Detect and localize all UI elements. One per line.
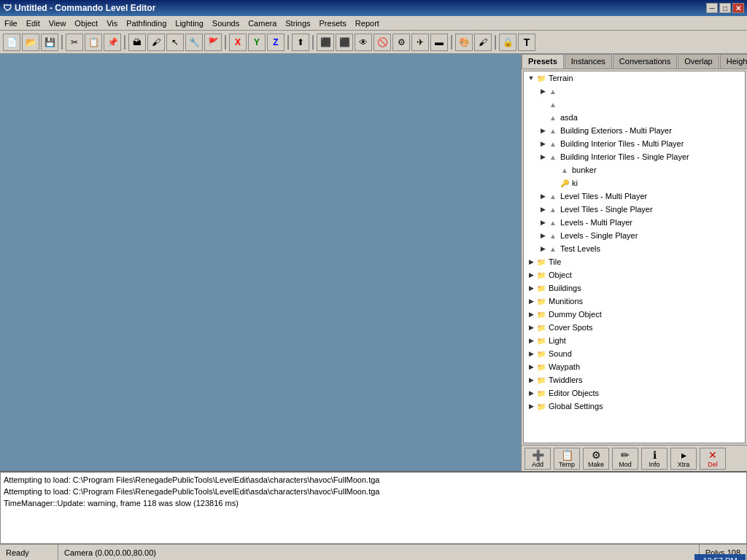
tree-item-ki[interactable]: 🔑 ki — [524, 176, 745, 190]
tree-item-bld-ext-multi[interactable]: ▶ ▲ Building Exteriors - Multi Player — [524, 124, 745, 137]
tree-expand-global-settings[interactable]: ▶ — [527, 402, 535, 411]
tree-expand-artist-tests[interactable]: ▶ — [538, 87, 547, 96]
x-axis[interactable]: X — [229, 34, 247, 51]
tree-item-waypath[interactable]: ▶ 📁 Waypath — [524, 360, 745, 373]
menu-file[interactable]: File — [0, 18, 22, 29]
panel-btn-xtra[interactable]: ▸ Xtra — [670, 448, 697, 470]
copy-button[interactable]: 📋 — [85, 34, 102, 51]
panel-btn-del[interactable]: ✕ Del — [700, 448, 726, 470]
tree-expand-bld-int-tiles-single[interactable]: ▶ — [538, 152, 547, 161]
tree-item-lvl-tiles-single[interactable]: ▶ ▲ Level Tiles - Single Player — [524, 203, 745, 216]
menu-presets[interactable]: Presets — [315, 18, 351, 29]
tree-item-levels-multi[interactable]: ▶ ▲ Levels - Multi Player — [524, 216, 745, 229]
new-button[interactable]: 📄 — [3, 34, 20, 51]
tree-expand-asda[interactable] — [538, 113, 547, 122]
tree-expand-proxy-tests[interactable] — [538, 100, 547, 109]
tree-expand-terrain[interactable]: ▼ — [527, 74, 535, 82]
tree-item-test-levels[interactable]: ▶ ▲ Test Levels — [524, 242, 745, 255]
tree-expand-tile[interactable]: ▶ — [527, 257, 535, 266]
tree-expand-dummy-object[interactable]: ▶ — [527, 310, 535, 319]
color-tool[interactable]: 🎨 — [455, 34, 473, 51]
tree-item-bld-int-tiles-single[interactable]: ▶ ▲ Building Interior Tiles - Single Pla… — [524, 150, 745, 163]
tab-conversations[interactable]: Conversations — [613, 54, 677, 69]
save-button[interactable]: 💾 — [41, 34, 58, 51]
tree-item-sound[interactable]: ▶ 📁 Sound — [524, 347, 745, 360]
menu-report[interactable]: Report — [351, 18, 384, 29]
tree-expand-cover-spots[interactable]: ▶ — [527, 323, 535, 332]
menu-strings[interactable]: Strings — [281, 18, 314, 29]
tree-expand-lvl-tiles-single[interactable]: ▶ — [538, 205, 547, 214]
tree-expand-bld-ext-multi[interactable]: ▶ — [538, 126, 547, 135]
menu-view[interactable]: View — [44, 18, 71, 29]
wrench-tool[interactable]: 🔧 — [185, 34, 203, 51]
tree-expand-object[interactable]: ▶ — [527, 271, 535, 279]
open-button[interactable]: 📂 — [22, 34, 39, 51]
panel-btn-make[interactable]: ⚙ Make — [583, 448, 609, 470]
tree-expand-levels-single[interactable]: ▶ — [538, 231, 547, 240]
tree-expand-test-levels[interactable]: ▶ — [538, 244, 547, 253]
y-axis[interactable]: Y — [248, 34, 266, 51]
remove-tool[interactable]: ⬛ — [336, 34, 353, 51]
tree-item-buildings[interactable]: ▶ 📁 Buildings — [524, 281, 745, 295]
menu-object[interactable]: Object — [70, 18, 102, 29]
z-axis[interactable]: Z — [267, 34, 285, 51]
select-tool[interactable]: ↖ — [166, 34, 184, 51]
menu-lighting[interactable]: Lighting — [171, 18, 208, 29]
viewport[interactable] — [0, 54, 521, 471]
paste-button[interactable]: 📌 — [104, 34, 121, 51]
minimize-button[interactable]: ─ — [706, 3, 718, 13]
paint-tool[interactable]: 🖌 — [147, 34, 165, 51]
tree-item-lvl-tiles-multi[interactable]: ▶ ▲ Level Tiles - Multi Player — [524, 190, 745, 203]
tree-item-global-settings[interactable]: ▶ 📁 Global Settings — [524, 400, 745, 413]
tree-item-dummy-object[interactable]: ▶ 📁 Dummy Object — [524, 308, 745, 321]
tree-expand-ki[interactable] — [550, 179, 559, 187]
restore-button[interactable]: □ — [719, 3, 731, 13]
tree-expand-bld-int-tiles-multi[interactable]: ▶ — [538, 139, 547, 148]
menu-vis[interactable]: Vis — [102, 18, 122, 29]
tab-overlap[interactable]: Overlap — [678, 54, 719, 69]
tab-heightfield[interactable]: Heightfield — [720, 54, 747, 69]
tree-item-terrain[interactable]: ▼ 📁 Terrain — [524, 71, 745, 85]
tree-expand-editor-objects[interactable]: ▶ — [527, 389, 535, 397]
tree-item-levels-single[interactable]: ▶ ▲ Levels - Single Player — [524, 229, 745, 242]
text-tool[interactable]: T — [518, 34, 535, 51]
move-tool[interactable]: ✈ — [411, 34, 429, 51]
tree-expand-waypath[interactable]: ▶ — [527, 362, 535, 371]
tree-expand-munitions[interactable]: ▶ — [527, 297, 535, 306]
tree-item-editor-objects[interactable]: ▶ 📁 Editor Objects — [524, 386, 745, 400]
up-tool[interactable]: ⬆ — [292, 34, 309, 51]
panel-btn-info[interactable]: ℹ Info — [641, 448, 667, 470]
object-tool[interactable]: ⚙ — [392, 34, 410, 51]
panel-btn-temp[interactable]: 📋 Temp — [554, 448, 580, 470]
tab-instances[interactable]: Instances — [565, 54, 612, 69]
tree-expand-sound[interactable]: ▶ — [527, 349, 535, 358]
brush-tool[interactable]: 🖌 — [474, 34, 492, 51]
eye-tool[interactable]: 👁 — [355, 34, 372, 51]
tree-expand-light[interactable]: ▶ — [527, 336, 535, 345]
menu-edit[interactable]: Edit — [22, 18, 44, 29]
cut-button[interactable]: ✂ — [66, 34, 83, 51]
menu-sounds[interactable]: Sounds — [208, 18, 244, 29]
tree-item-light[interactable]: ▶ 📁 Light — [524, 334, 745, 347]
panel-btn-mod[interactable]: ✏ Mod — [612, 448, 638, 470]
bar-tool[interactable]: ▬ — [430, 34, 448, 51]
tree-item-artist-tests[interactable]: ▶ ▲ — [524, 85, 745, 98]
flag-tool[interactable]: 🚩 — [204, 34, 222, 51]
tree-item-bld-int-tiles-multi[interactable]: ▶ ▲ Building Interior Tiles - Multi Play… — [524, 137, 745, 150]
tree-item-asda[interactable]: ▲ asda — [524, 111, 745, 124]
tree-item-munitions[interactable]: ▶ 📁 Munitions — [524, 295, 745, 308]
hide-tool[interactable]: 🚫 — [374, 34, 391, 51]
tree-item-proxy-tests[interactable]: ▲ — [524, 98, 745, 111]
tree-expand-lvl-tiles-multi[interactable]: ▶ — [538, 192, 547, 201]
tree-item-twiddlers[interactable]: ▶ 📁 Twiddlers — [524, 373, 745, 386]
tree-item-object[interactable]: ▶ 📁 Object — [524, 268, 745, 281]
tree-item-bunker[interactable]: ▲ bunker — [524, 163, 745, 176]
tree-expand-twiddlers[interactable]: ▶ — [527, 376, 535, 384]
tree-item-cover-spots[interactable]: ▶ 📁 Cover Spots — [524, 321, 745, 334]
tree-expand-buildings[interactable]: ▶ — [527, 284, 535, 292]
terrain-tool[interactable]: 🏔 — [128, 34, 146, 51]
snap-tool[interactable]: 🔒 — [499, 34, 516, 51]
tree-expand-levels-multi[interactable]: ▶ — [538, 218, 547, 227]
tree-expand-bunker[interactable] — [550, 166, 559, 174]
preset-tree[interactable]: ▼ 📁 Terrain ▶ ▲ ▲ ▲ asda ▶ ▲ Building Ex… — [523, 71, 746, 443]
